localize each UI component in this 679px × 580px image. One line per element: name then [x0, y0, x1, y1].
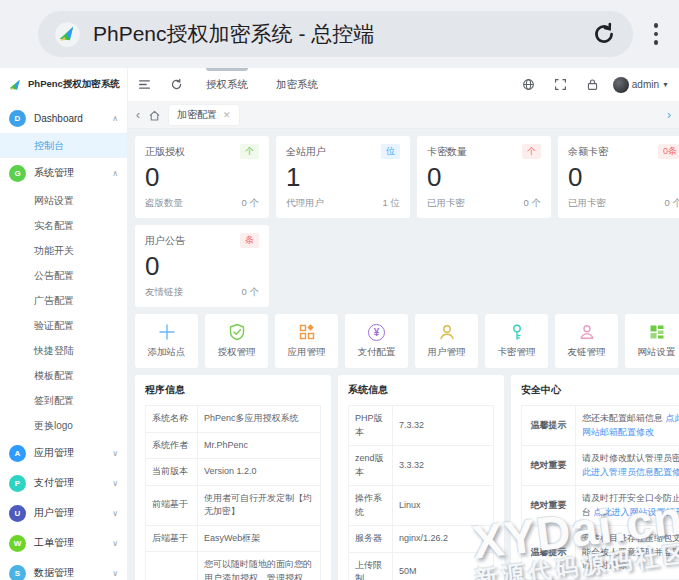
stat-title: 正版授权 [145, 145, 185, 159]
action-app-mgmt[interactable]: 应用管理 [275, 314, 338, 368]
sidebar-nav: D Dashboard ∧ 控制台 G 系统管理 ∧ 网站设置 实名配置 功能开… [0, 101, 127, 580]
tab-chip-encrypt-config[interactable]: 加密配置 ✕ [169, 105, 239, 125]
action-user-mgmt[interactable]: 用户管理 [415, 314, 478, 368]
security-text: 请及时修改默认管理员密码 [582, 453, 679, 463]
sidebar-group-label: 系统管理 [34, 166, 112, 180]
brand-name: PhPenc授权加密系统 [28, 78, 120, 91]
sidebar-item-site-settings[interactable]: 网站设置 [0, 188, 127, 213]
stat-card-genuine-auth: 正版授权 个 0 盗版数量0 个 [135, 136, 269, 218]
tabs-forward-icon[interactable]: › [667, 109, 671, 121]
panel-title: 系统信息 [348, 383, 494, 397]
table-row: PHP版本7.3.32 [349, 406, 494, 446]
stat-card-user-announcement: 用户公告 条 0 友情链接0 个 [135, 225, 269, 307]
sidebar-group-dashboard[interactable]: D Dashboard ∧ [0, 103, 127, 133]
home-icon[interactable] [148, 109, 161, 122]
plus-icon [158, 323, 176, 341]
stat-title: 用户公告 [145, 234, 185, 248]
sidebar-item-template-config[interactable]: 模板配置 [0, 363, 127, 388]
program-info-table: 系统名称PhPenc多应用授权系统 系统作者Mr.PhPenc 当前版本Vers… [145, 405, 321, 580]
panel-title: 安全中心 [521, 383, 679, 397]
stat-value: 0 [568, 160, 679, 194]
tab-label: 授权系统 [206, 78, 248, 92]
browser-refresh-icon[interactable] [591, 21, 617, 47]
stat-title: 全站用户 [286, 145, 326, 159]
username: admin [632, 79, 659, 90]
browser-menu-icon[interactable] [647, 23, 665, 45]
action-site-settings[interactable]: 网站设置 [625, 314, 679, 368]
shield-check-icon [228, 323, 246, 341]
security-tag: 温馨提示 [522, 406, 576, 446]
sidebar-group-label: 数据管理 [34, 566, 112, 580]
address-bar[interactable]: PhPenc授权加密系统 - 总控端 [38, 11, 633, 57]
sidebar-item-announce-config[interactable]: 公告配置 [0, 263, 127, 288]
main-area: 授权系统 加密系统 [128, 68, 679, 580]
ticket-mgmt-icon: W [9, 535, 26, 552]
quick-actions-row: 添加站点 授权管理 应用管理 ¥ 支付配置 [135, 314, 672, 368]
table-row: 后端基于EasyWeb框架 [146, 525, 321, 552]
sidebar-item-change-logo[interactable]: 更换logo [0, 413, 127, 438]
language-globe-icon[interactable] [513, 68, 545, 101]
stat-badge: 个 [240, 144, 259, 159]
lock-icon[interactable] [577, 68, 609, 101]
stat-footer-label: 已用卡密 [427, 197, 465, 210]
site-favicon-rocket-icon [54, 21, 81, 48]
system-mgmt-icon: G [9, 165, 26, 182]
stat-title: 余额卡密 [568, 145, 608, 159]
stat-footer-value: 0 个 [665, 197, 679, 210]
sidebar-logo[interactable]: PhPenc授权加密系统 [0, 68, 127, 101]
security-link[interactable]: 点此进入网站设置打开 [594, 507, 679, 517]
sidebar-group-label: 应用管理 [34, 446, 112, 460]
sidebar-item-console[interactable]: 控制台 [0, 133, 127, 158]
chevron-down-icon: ∨ [112, 539, 118, 548]
sidebar-item-quick-login[interactable]: 快捷登陆 [0, 338, 127, 363]
sidebar-group-pay-mgmt[interactable]: P 支付管理 ∨ [0, 468, 127, 498]
action-pay-config[interactable]: ¥ 支付配置 [345, 314, 408, 368]
security-center-panel: 安全中心 温馨提示 您还未配置邮箱信息 点此进入网站邮箱配置修改 绝对重要 请及… [511, 375, 679, 580]
admin-app: PhPenc授权加密系统 D Dashboard ∧ 控制台 G 系统管理 ∧ … [0, 68, 679, 580]
fullscreen-icon[interactable] [545, 68, 577, 101]
sidebar-item-feature-switch[interactable]: 功能开关 [0, 238, 127, 263]
action-auth-mgmt[interactable]: 授权管理 [205, 314, 268, 368]
chevron-up-icon: ∧ [112, 114, 118, 123]
action-label: 卡密管理 [498, 346, 536, 359]
action-label: 支付配置 [358, 346, 396, 359]
sidebar-group-system-mgmt[interactable]: G 系统管理 ∧ [0, 158, 127, 188]
sidebar-group-data-mgmt[interactable]: S 数据管理 ∨ [0, 558, 127, 580]
user-mgmt-icon: U [9, 505, 26, 522]
table-row: 当前版本Version 1.2.0 [146, 459, 321, 486]
tab-auth-system[interactable]: 授权系统 [192, 68, 262, 101]
table-row: 绝对重要 请及时修改默认管理员密码 点此进入管理员信息配置修改 [522, 446, 679, 486]
pay-mgmt-icon: P [9, 475, 26, 492]
sidebar-item-signin-config[interactable]: 签到配置 [0, 388, 127, 413]
sidebar-group-ticket-mgmt[interactable]: W 工单管理 ∨ [0, 528, 127, 558]
action-friend-links[interactable]: 友链管理 [555, 314, 618, 368]
user-menu[interactable]: admin ▼ [609, 68, 679, 101]
table-row: 温馨提示 安装根目录存在压缩包文件，可能会被人恶意获取并盗取密码，请及时删除 [522, 526, 679, 580]
refresh-icon[interactable] [160, 68, 192, 101]
sidebar-group-app-mgmt[interactable]: A 应用管理 ∨ [0, 438, 127, 468]
table-row: 前端基于使用者可自行开发定制【均无加密】 [146, 485, 321, 525]
menu-fold-icon[interactable] [128, 68, 160, 101]
sidebar-item-ad-config[interactable]: 广告配置 [0, 288, 127, 313]
action-add-site[interactable]: 添加站点 [135, 314, 198, 368]
data-mgmt-icon: S [9, 565, 26, 580]
system-info-table: PHP版本7.3.32 zend版本3.3.32 操作系统Linux 服务器ng… [348, 405, 494, 580]
tab-encrypt-system[interactable]: 加密系统 [262, 68, 332, 101]
stats-row: 正版授权 个 0 盗版数量0 个 全站用户 位 1 代理用户1 位 卡密数量 个 [135, 136, 672, 218]
action-label: 友链管理 [568, 346, 606, 359]
stat-footer-value: 0 个 [242, 286, 259, 299]
sidebar-group-user-mgmt[interactable]: U 用户管理 ∨ [0, 498, 127, 528]
close-icon[interactable]: ✕ [223, 110, 231, 120]
caret-down-icon: ▼ [662, 81, 669, 88]
action-label: 应用管理 [288, 346, 326, 359]
tabs-back-icon[interactable]: ‹ [136, 109, 140, 121]
sidebar-item-verify-config[interactable]: 验证配置 [0, 313, 127, 338]
key-icon [508, 323, 526, 341]
dashboard-content: 正版授权 个 0 盗版数量0 个 全站用户 位 1 代理用户1 位 卡密数量 个 [128, 129, 679, 580]
security-text: 您还未配置邮箱信息 [582, 413, 666, 423]
avatar [613, 77, 629, 93]
sidebar-item-realname-config[interactable]: 实名配置 [0, 213, 127, 238]
tab-chips-bar: ‹ 加密配置 ✕ › [128, 102, 679, 129]
action-key-mgmt[interactable]: 卡密管理 [485, 314, 548, 368]
person-outline-icon [578, 323, 596, 341]
